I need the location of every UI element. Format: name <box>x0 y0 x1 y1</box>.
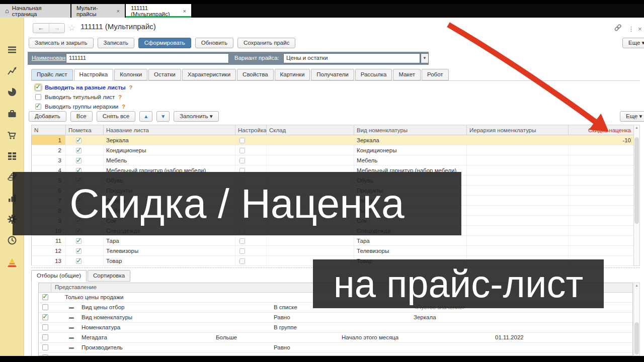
more-button-top[interactable]: Еще ▾ <box>622 38 644 48</box>
catalog-grid-icon[interactable] <box>7 151 17 161</box>
filter-checkbox[interactable] <box>42 324 48 330</box>
close-form-icon[interactable]: × <box>638 25 642 33</box>
sheet-row[interactable]: 2КондиционерыКондиционеры <box>32 145 634 155</box>
page-tab[interactable]: Настройка <box>74 69 114 81</box>
filter-checkbox[interactable] <box>42 314 48 320</box>
page-tab[interactable]: Характеристики <box>182 69 236 80</box>
sheet-row[interactable]: 1ЗеркалаЗеркала-10 <box>32 135 634 145</box>
sheet-row[interactable]: 3МебельМебель <box>32 155 634 165</box>
scroll-up-icon[interactable]: ▲ <box>634 126 639 129</box>
row-mark-checkbox[interactable] <box>76 148 82 153</box>
help-icon[interactable]: ? <box>122 104 125 110</box>
check-all-button[interactable]: Все <box>70 111 93 122</box>
page-tab[interactable]: Остатки <box>148 69 181 80</box>
filter-row[interactable]: Вид номенклатурыРавноЗеркала <box>39 313 632 323</box>
sheet-row[interactable]: 12ТелевизорыТелевизоры <box>32 246 634 256</box>
window-tab-home[interactable]: ⌂ Начальная страница <box>0 4 70 18</box>
link-icon[interactable] <box>614 24 622 33</box>
analytics-icon[interactable] <box>7 66 17 76</box>
move-down-button[interactable]: ▼ <box>156 111 170 122</box>
row-mark-checkbox[interactable] <box>76 238 82 244</box>
row-mark-checkbox[interactable] <box>76 248 82 254</box>
page-tab[interactable]: Получатели <box>311 69 354 80</box>
save-button[interactable]: Записать <box>98 38 134 48</box>
page-tab[interactable]: Робот <box>422 69 449 80</box>
option-checkbox[interactable] <box>35 94 41 100</box>
filter-checkbox[interactable] <box>42 334 48 340</box>
sheet-row[interactable]: 11ТараТара <box>32 236 634 246</box>
row-config-checkbox[interactable] <box>239 158 245 163</box>
filter-row[interactable]: НоменклатураВ группе <box>39 323 632 333</box>
column-header[interactable]: N <box>32 125 66 135</box>
more-button-grid[interactable]: Еще ▾ <box>620 111 644 122</box>
row-config-checkbox[interactable] <box>239 258 245 264</box>
filter-checkbox[interactable] <box>42 344 48 350</box>
row-mark-checkbox[interactable] <box>76 258 82 264</box>
row-config-checkbox[interactable] <box>239 148 245 153</box>
scroll-up-icon[interactable]: ▲ <box>634 284 639 287</box>
briefcase-icon[interactable] <box>7 109 17 119</box>
favorite-star-icon[interactable]: ☆ <box>68 23 75 33</box>
page-tab[interactable]: Картинки <box>275 69 310 80</box>
save-close-button[interactable]: Записать и закрыть <box>29 38 94 48</box>
filter-row[interactable]: ПроизводительРавно <box>39 343 632 353</box>
reports-pie-icon[interactable] <box>7 87 17 97</box>
page-tab[interactable]: Рассылка <box>355 69 392 80</box>
option-label[interactable]: Выводить группы иерархии <box>45 104 118 110</box>
price-variant-label: Вариант прайса: <box>234 55 279 61</box>
page-tab[interactable]: Макет <box>393 69 421 80</box>
forward-button[interactable]: → <box>49 24 65 33</box>
column-header[interactable]: Название листа <box>104 125 235 135</box>
dropdown-arrow-icon[interactable]: ▼ <box>421 53 429 63</box>
back-button[interactable]: ← <box>33 24 49 33</box>
column-header[interactable]: Настройка <box>235 125 267 135</box>
refresh-button[interactable]: Обновить <box>195 38 233 48</box>
option-label[interactable]: Выводить на разные листы <box>45 84 126 90</box>
close-tab-icon[interactable]: × <box>117 8 120 14</box>
option-row: Выводить на разные листы? <box>35 82 132 92</box>
option-checkbox[interactable] <box>35 84 41 90</box>
row-mark-checkbox[interactable] <box>76 138 82 143</box>
column-header[interactable]: Пометка <box>66 125 104 135</box>
filters-scrollbar[interactable]: ▲ <box>633 283 640 356</box>
column-header[interactable]: Склад <box>267 125 354 135</box>
name-input[interactable]: 111111 <box>66 53 229 63</box>
fill-menu-button[interactable]: Заполнить ▾ <box>174 111 218 122</box>
generate-button[interactable]: Сформировать <box>138 38 191 48</box>
sheets-scrollbar[interactable]: ▲ <box>633 125 640 266</box>
filter-row[interactable]: МегадатаБольшеНачало этого месяца01.11.2… <box>39 333 632 343</box>
filter-tab[interactable]: Отборы (общие) <box>31 270 87 282</box>
menu-dots-icon[interactable]: ⋮ <box>628 25 634 33</box>
add-button[interactable]: Добавить <box>29 111 66 122</box>
option-row: Выводить титульный лист? <box>35 92 132 102</box>
help-icon[interactable]: ? <box>129 84 133 90</box>
save-price-button[interactable]: Сохранить прайс <box>237 38 296 48</box>
row-config-checkbox[interactable] <box>239 248 245 254</box>
column-header[interactable]: Вид номенклатуры <box>354 125 467 135</box>
menu-icon[interactable] <box>7 45 17 55</box>
uncheck-all-button[interactable]: Снять все <box>97 111 135 122</box>
option-label[interactable]: Выводить титульный лист <box>45 94 115 100</box>
help-icon[interactable]: ? <box>118 94 122 100</box>
page-tab[interactable]: Прайс лист <box>31 69 73 80</box>
filter-checkbox[interactable] <box>42 294 48 300</box>
window-tab-multiprices[interactable]: Мульти-прайсы × <box>71 4 125 18</box>
move-up-button[interactable]: ▲ <box>139 111 152 122</box>
column-header[interactable]: Скидка наценка <box>569 125 634 135</box>
price-variant-select[interactable]: Цены и остатки <box>283 53 420 63</box>
window-tab-current[interactable]: 111111 (Мультипрайс) × <box>126 4 191 18</box>
column-header[interactable]: Иерархия номенклатуры <box>467 125 569 135</box>
filter-checkbox[interactable] <box>42 304 48 310</box>
page-tab[interactable]: Колонки <box>114 69 147 80</box>
row-config-checkbox[interactable] <box>239 238 245 244</box>
close-tab-icon[interactable]: × <box>183 8 186 14</box>
filter-tab[interactable]: Сортировка <box>88 270 130 282</box>
shopping-cart-icon[interactable] <box>7 130 17 140</box>
scroll-thumb[interactable] <box>634 137 639 224</box>
row-config-checkbox[interactable] <box>239 138 245 143</box>
history-clock-icon[interactable] <box>7 235 17 245</box>
option-checkbox[interactable] <box>35 104 41 110</box>
scroll-thumb[interactable] <box>634 322 639 354</box>
page-tab[interactable]: Свойства <box>237 69 274 80</box>
row-mark-checkbox[interactable] <box>76 158 82 163</box>
